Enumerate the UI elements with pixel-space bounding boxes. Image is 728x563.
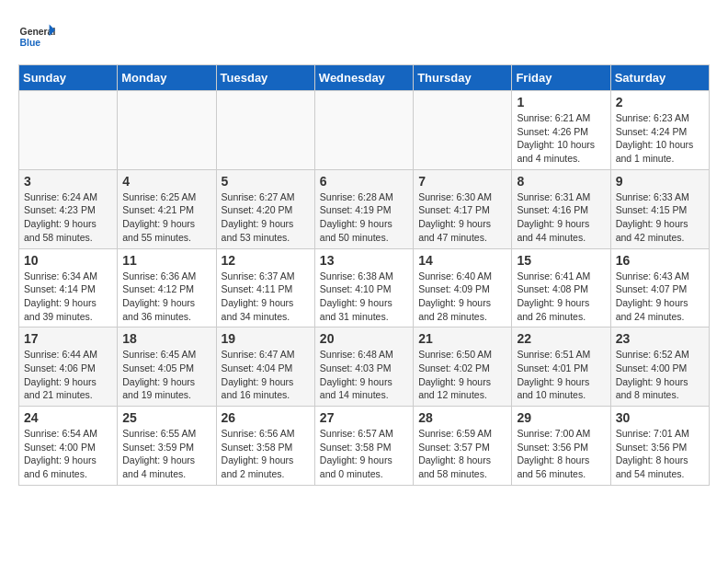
calendar-cell: 13Sunrise: 6:38 AM Sunset: 4:10 PM Dayli…	[314, 248, 413, 327]
day-number: 16	[616, 253, 704, 268]
calendar-cell	[314, 91, 413, 170]
day-number: 4	[122, 174, 210, 189]
day-number: 2	[616, 95, 704, 109]
day-info: Sunrise: 6:55 AM Sunset: 3:59 PM Dayligh…	[122, 427, 210, 481]
calendar-cell: 27Sunrise: 6:57 AM Sunset: 3:58 PM Dayli…	[314, 407, 413, 486]
day-info: Sunrise: 6:34 AM Sunset: 4:14 PM Dayligh…	[24, 270, 112, 324]
day-info: Sunrise: 7:01 AM Sunset: 3:56 PM Dayligh…	[616, 427, 704, 481]
day-info: Sunrise: 6:38 AM Sunset: 4:10 PM Dayligh…	[320, 270, 408, 324]
calendar-header-row: SundayMondayTuesdayWednesdayThursdayFrid…	[19, 65, 710, 91]
day-number: 5	[222, 174, 310, 189]
day-number: 12	[222, 253, 310, 268]
svg-text:Blue: Blue	[20, 38, 41, 48]
day-number: 10	[24, 253, 112, 268]
calendar-cell: 9Sunrise: 6:33 AM Sunset: 4:15 PM Daylig…	[610, 169, 709, 248]
day-number: 27	[320, 410, 408, 425]
calendar-cell: 23Sunrise: 6:52 AM Sunset: 4:00 PM Dayli…	[610, 327, 709, 407]
calendar-cell: 20Sunrise: 6:48 AM Sunset: 4:03 PM Dayli…	[314, 327, 413, 407]
logo: General Blue	[18, 18, 55, 55]
day-number: 17	[24, 331, 112, 346]
day-info: Sunrise: 6:44 AM Sunset: 4:06 PM Dayligh…	[24, 348, 112, 402]
day-number: 30	[616, 410, 704, 425]
day-number: 9	[616, 174, 704, 189]
day-info: Sunrise: 6:27 AM Sunset: 4:20 PM Dayligh…	[222, 190, 310, 245]
day-info: Sunrise: 6:50 AM Sunset: 4:02 PM Dayligh…	[418, 348, 506, 402]
day-info: Sunrise: 6:56 AM Sunset: 3:58 PM Dayligh…	[222, 427, 310, 481]
logo-icon: General Blue	[18, 18, 55, 55]
calendar-cell: 3Sunrise: 6:24 AM Sunset: 4:23 PM Daylig…	[19, 169, 118, 248]
day-number: 14	[418, 253, 506, 268]
calendar-week-row: 10Sunrise: 6:34 AM Sunset: 4:14 PM Dayli…	[19, 248, 710, 327]
calendar-table: SundayMondayTuesdayWednesdayThursdayFrid…	[18, 64, 710, 486]
day-info: Sunrise: 6:48 AM Sunset: 4:03 PM Dayligh…	[320, 348, 408, 402]
calendar-cell: 17Sunrise: 6:44 AM Sunset: 4:06 PM Dayli…	[19, 327, 118, 407]
weekday-header-monday: Monday	[118, 65, 216, 91]
day-info: Sunrise: 6:30 AM Sunset: 4:17 PM Dayligh…	[418, 190, 506, 245]
day-info: Sunrise: 6:47 AM Sunset: 4:04 PM Dayligh…	[222, 348, 310, 402]
calendar-cell: 21Sunrise: 6:50 AM Sunset: 4:02 PM Dayli…	[414, 327, 512, 407]
calendar-cell: 25Sunrise: 6:55 AM Sunset: 3:59 PM Dayli…	[118, 407, 216, 486]
calendar-cell	[118, 91, 216, 170]
calendar-cell: 14Sunrise: 6:40 AM Sunset: 4:09 PM Dayli…	[414, 248, 512, 327]
day-info: Sunrise: 6:25 AM Sunset: 4:21 PM Dayligh…	[122, 190, 210, 245]
day-info: Sunrise: 6:41 AM Sunset: 4:08 PM Dayligh…	[517, 270, 605, 324]
day-info: Sunrise: 6:43 AM Sunset: 4:07 PM Dayligh…	[616, 270, 704, 324]
day-info: Sunrise: 7:00 AM Sunset: 3:56 PM Dayligh…	[517, 427, 605, 481]
day-info: Sunrise: 6:21 AM Sunset: 4:26 PM Dayligh…	[517, 111, 605, 166]
day-number: 1	[517, 95, 605, 109]
day-number: 26	[222, 410, 310, 425]
calendar-cell	[216, 91, 314, 170]
calendar-cell: 26Sunrise: 6:56 AM Sunset: 3:58 PM Dayli…	[216, 407, 314, 486]
calendar-cell: 22Sunrise: 6:51 AM Sunset: 4:01 PM Dayli…	[512, 327, 610, 407]
calendar-cell: 15Sunrise: 6:41 AM Sunset: 4:08 PM Dayli…	[512, 248, 610, 327]
day-number: 8	[517, 174, 605, 189]
day-number: 28	[418, 410, 506, 425]
day-info: Sunrise: 6:52 AM Sunset: 4:00 PM Dayligh…	[616, 348, 704, 402]
calendar-cell: 24Sunrise: 6:54 AM Sunset: 4:00 PM Dayli…	[19, 407, 118, 486]
day-info: Sunrise: 6:51 AM Sunset: 4:01 PM Dayligh…	[517, 348, 605, 402]
calendar-cell: 4Sunrise: 6:25 AM Sunset: 4:21 PM Daylig…	[118, 169, 216, 248]
day-number: 7	[418, 174, 506, 189]
day-info: Sunrise: 6:36 AM Sunset: 4:12 PM Dayligh…	[122, 270, 210, 324]
calendar-week-row: 17Sunrise: 6:44 AM Sunset: 4:06 PM Dayli…	[19, 327, 710, 407]
day-info: Sunrise: 6:31 AM Sunset: 4:16 PM Dayligh…	[517, 190, 605, 245]
calendar-cell: 28Sunrise: 6:59 AM Sunset: 3:57 PM Dayli…	[414, 407, 512, 486]
day-info: Sunrise: 6:45 AM Sunset: 4:05 PM Dayligh…	[122, 348, 210, 402]
day-number: 11	[122, 253, 210, 268]
day-number: 15	[517, 253, 605, 268]
day-number: 18	[122, 331, 210, 346]
day-number: 25	[122, 410, 210, 425]
day-info: Sunrise: 6:24 AM Sunset: 4:23 PM Dayligh…	[24, 190, 112, 245]
calendar-cell	[19, 91, 118, 170]
calendar-cell: 2Sunrise: 6:23 AM Sunset: 4:24 PM Daylig…	[610, 91, 709, 170]
calendar-cell: 6Sunrise: 6:28 AM Sunset: 4:19 PM Daylig…	[314, 169, 413, 248]
day-info: Sunrise: 6:40 AM Sunset: 4:09 PM Dayligh…	[418, 270, 506, 324]
calendar-cell: 1Sunrise: 6:21 AM Sunset: 4:26 PM Daylig…	[512, 91, 610, 170]
calendar-week-row: 1Sunrise: 6:21 AM Sunset: 4:26 PM Daylig…	[19, 91, 710, 170]
weekday-header-saturday: Saturday	[610, 65, 709, 91]
day-number: 22	[517, 331, 605, 346]
day-number: 29	[517, 410, 605, 425]
day-info: Sunrise: 6:28 AM Sunset: 4:19 PM Dayligh…	[320, 190, 408, 245]
day-info: Sunrise: 6:57 AM Sunset: 3:58 PM Dayligh…	[320, 427, 408, 481]
calendar-cell: 12Sunrise: 6:37 AM Sunset: 4:11 PM Dayli…	[216, 248, 314, 327]
day-number: 19	[222, 331, 310, 346]
calendar-week-row: 24Sunrise: 6:54 AM Sunset: 4:00 PM Dayli…	[19, 407, 710, 486]
weekday-header-friday: Friday	[512, 65, 610, 91]
calendar-cell: 5Sunrise: 6:27 AM Sunset: 4:20 PM Daylig…	[216, 169, 314, 248]
day-number: 6	[320, 174, 408, 189]
calendar-cell: 7Sunrise: 6:30 AM Sunset: 4:17 PM Daylig…	[414, 169, 512, 248]
day-number: 13	[320, 253, 408, 268]
day-info: Sunrise: 6:37 AM Sunset: 4:11 PM Dayligh…	[222, 270, 310, 324]
weekday-header-sunday: Sunday	[19, 65, 118, 91]
calendar-cell: 19Sunrise: 6:47 AM Sunset: 4:04 PM Dayli…	[216, 327, 314, 407]
day-info: Sunrise: 6:59 AM Sunset: 3:57 PM Dayligh…	[418, 427, 506, 481]
day-info: Sunrise: 6:23 AM Sunset: 4:24 PM Dayligh…	[616, 111, 704, 166]
calendar-cell: 10Sunrise: 6:34 AM Sunset: 4:14 PM Dayli…	[19, 248, 118, 327]
page-header: General Blue	[18, 18, 710, 55]
calendar-cell: 8Sunrise: 6:31 AM Sunset: 4:16 PM Daylig…	[512, 169, 610, 248]
day-info: Sunrise: 6:54 AM Sunset: 4:00 PM Dayligh…	[24, 427, 112, 481]
calendar-cell: 29Sunrise: 7:00 AM Sunset: 3:56 PM Dayli…	[512, 407, 610, 486]
weekday-header-tuesday: Tuesday	[216, 65, 314, 91]
calendar-cell: 18Sunrise: 6:45 AM Sunset: 4:05 PM Dayli…	[118, 327, 216, 407]
